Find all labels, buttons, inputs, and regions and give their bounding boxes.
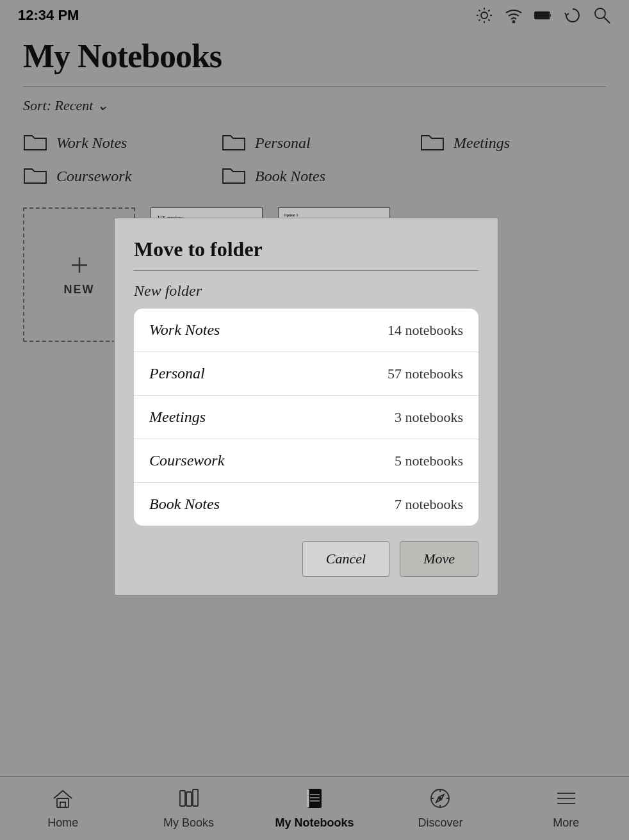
folder-list-item-personal[interactable]: Personal 57 notebooks xyxy=(134,352,478,396)
move-button[interactable]: Move xyxy=(400,541,478,577)
folder-list-count: 7 notebooks xyxy=(395,496,463,513)
folder-list-item-meetings[interactable]: Meetings 3 notebooks xyxy=(134,396,478,439)
new-folder-option[interactable]: New folder xyxy=(134,282,478,300)
folder-list-count: 3 notebooks xyxy=(395,409,463,426)
folder-list-name: Personal xyxy=(149,365,205,382)
folder-list-item-work-notes[interactable]: Work Notes 14 notebooks xyxy=(134,309,478,352)
folder-list: Work Notes 14 notebooks Personal 57 note… xyxy=(134,309,478,526)
move-to-folder-modal: Move to folder New folder Work Notes 14 … xyxy=(114,218,498,595)
folder-list-name: Work Notes xyxy=(149,321,220,339)
folder-list-name: Meetings xyxy=(149,408,206,426)
folder-list-count: 5 notebooks xyxy=(395,453,463,469)
cancel-button[interactable]: Cancel xyxy=(302,541,389,577)
modal-divider xyxy=(134,270,478,271)
folder-list-item-book-notes[interactable]: Book Notes 7 notebooks xyxy=(134,483,478,526)
folder-list-item-coursework[interactable]: Coursework 5 notebooks xyxy=(134,439,478,483)
folder-list-name: Coursework xyxy=(149,452,224,469)
folder-list-count: 57 notebooks xyxy=(388,366,463,382)
folder-list-name: Book Notes xyxy=(149,496,220,513)
modal-buttons: Cancel Move xyxy=(134,541,478,577)
modal-title: Move to folder xyxy=(134,238,478,261)
folder-list-count: 14 notebooks xyxy=(388,322,463,339)
